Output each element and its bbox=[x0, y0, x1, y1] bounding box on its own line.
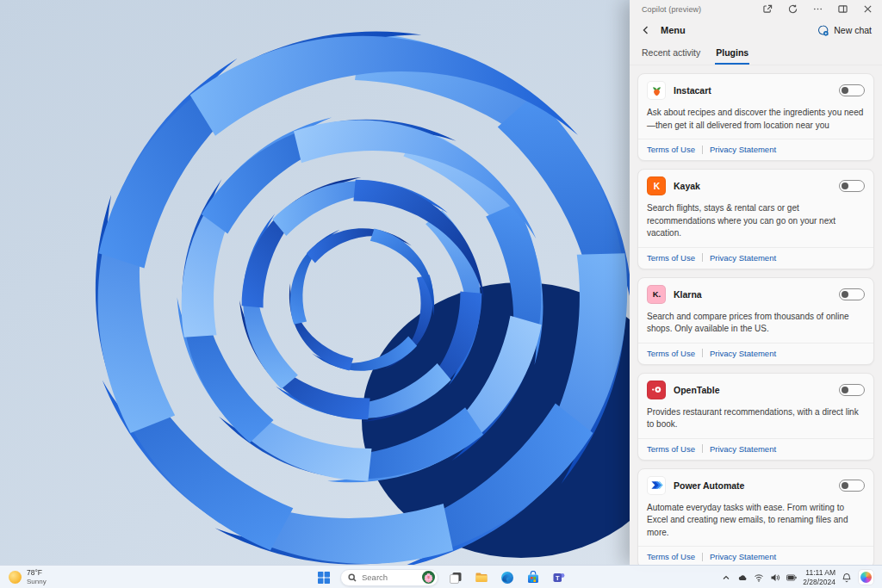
notifications-bell-button[interactable] bbox=[842, 573, 852, 583]
svg-text:K.: K. bbox=[652, 291, 660, 300]
onedrive-icon[interactable] bbox=[737, 573, 748, 583]
menu-title: Menu bbox=[661, 25, 686, 35]
taskbar-search[interactable]: 🌸 bbox=[340, 569, 438, 586]
link-separator bbox=[702, 349, 703, 357]
microsoft-store-icon bbox=[526, 571, 540, 585]
open-in-browser-button[interactable] bbox=[761, 3, 773, 15]
teams-button[interactable]: T bbox=[550, 568, 568, 586]
plugin-name: OpenTable bbox=[674, 385, 719, 395]
plugin-name: Power Automate bbox=[674, 480, 744, 491]
terms-of-use-link[interactable]: Terms of Use bbox=[647, 444, 695, 454]
kayak-icon: K bbox=[647, 176, 666, 195]
klarna-icon: K. bbox=[647, 285, 666, 304]
privacy-statement-link[interactable]: Privacy Statement bbox=[710, 145, 776, 154]
microsoft-store-button[interactable] bbox=[524, 568, 542, 586]
plugin-description: Provides restaurant recommendations, wit… bbox=[647, 406, 865, 431]
file-explorer-button[interactable] bbox=[472, 568, 490, 586]
plugin-list: Instacart Ask about recipes and discover… bbox=[630, 65, 882, 565]
task-view-button[interactable] bbox=[446, 568, 464, 586]
edge-icon bbox=[500, 571, 514, 585]
plugin-name: Instacart bbox=[674, 85, 711, 96]
new-chat-label: New chat bbox=[834, 25, 872, 35]
edge-browser-button[interactable] bbox=[498, 568, 516, 586]
panel-tabs: Recent activity Plugins bbox=[630, 41, 882, 65]
opentable-icon bbox=[647, 381, 666, 399]
refresh-button[interactable] bbox=[786, 3, 798, 15]
instacart-icon bbox=[647, 81, 666, 100]
start-button[interactable] bbox=[314, 568, 332, 586]
plugin-card: Power Automate Automate everyday tasks w… bbox=[637, 468, 874, 565]
weather-temp: 78°F bbox=[27, 569, 47, 578]
privacy-statement-link[interactable]: Privacy Statement bbox=[710, 444, 776, 454]
link-separator bbox=[702, 553, 703, 561]
weather-condition: Sunny bbox=[27, 578, 47, 585]
battery-icon[interactable] bbox=[786, 573, 797, 583]
copilot-icon bbox=[860, 572, 872, 583]
svg-text:T: T bbox=[555, 573, 559, 581]
plugin-name: Klarna bbox=[674, 289, 702, 300]
copilot-title: Copilot (preview) bbox=[642, 5, 701, 14]
more-options-button[interactable] bbox=[811, 3, 823, 15]
privacy-statement-link[interactable]: Privacy Statement bbox=[710, 349, 776, 358]
plugin-card: Instacart Ask about recipes and discover… bbox=[637, 73, 874, 161]
plugin-card: OpenTable Provides restaurant recommenda… bbox=[637, 373, 874, 461]
copilot-panel: Copilot (preview) Menu bbox=[630, 0, 882, 565]
sun-icon bbox=[9, 571, 22, 584]
terms-of-use-link[interactable]: Terms of Use bbox=[647, 349, 695, 358]
clock-date: 2/28/2024 bbox=[803, 578, 835, 586]
task-view-icon bbox=[449, 571, 463, 585]
plugin-toggle[interactable] bbox=[839, 480, 865, 492]
plugin-toggle[interactable] bbox=[839, 384, 865, 396]
terms-of-use-link[interactable]: Terms of Use bbox=[647, 253, 695, 263]
wifi-icon[interactable] bbox=[754, 573, 764, 583]
new-chat-icon bbox=[817, 25, 829, 36]
tab-plugins[interactable]: Plugins bbox=[715, 45, 749, 65]
link-separator bbox=[702, 253, 703, 262]
new-chat-button[interactable]: New chat bbox=[817, 25, 872, 36]
dock-panel-button[interactable] bbox=[836, 3, 848, 15]
copilot-taskbar-button[interactable] bbox=[858, 569, 874, 585]
plugin-name: Kayak bbox=[674, 181, 700, 191]
search-highlight-image: 🌸 bbox=[422, 571, 435, 584]
terms-of-use-link[interactable]: Terms of Use bbox=[647, 145, 695, 154]
plugin-card: K Kayak Search flights, stays & rental c… bbox=[637, 169, 874, 269]
weather-widget[interactable]: 78°F Sunny bbox=[0, 566, 55, 588]
privacy-statement-link[interactable]: Privacy Statement bbox=[710, 552, 776, 561]
privacy-statement-link[interactable]: Privacy Statement bbox=[710, 253, 776, 263]
plugin-card: K. Klarna Search and compare prices from… bbox=[637, 277, 874, 365]
tray-overflow-button[interactable] bbox=[721, 573, 731, 583]
link-separator bbox=[702, 444, 703, 453]
back-button[interactable] bbox=[640, 24, 652, 36]
clock-time: 11:11 AM bbox=[803, 568, 835, 577]
plugin-description: Automate everyday tasks with ease. From … bbox=[647, 502, 865, 540]
plugin-toggle[interactable] bbox=[839, 288, 865, 300]
teams-icon: T bbox=[552, 571, 566, 585]
plugin-toggle[interactable] bbox=[839, 84, 865, 96]
search-icon bbox=[348, 573, 357, 582]
search-input[interactable] bbox=[362, 573, 419, 582]
terms-of-use-link[interactable]: Terms of Use bbox=[647, 552, 695, 561]
taskbar: 78°F Sunny 🌸 bbox=[0, 565, 882, 588]
windows-logo-icon bbox=[317, 571, 331, 585]
plugin-description: Search and compare prices from thousands… bbox=[647, 311, 865, 336]
link-separator bbox=[702, 145, 703, 154]
close-button[interactable] bbox=[861, 3, 873, 15]
copilot-titlebar: Copilot (preview) bbox=[630, 0, 882, 18]
tab-recent-activity[interactable]: Recent activity bbox=[641, 45, 701, 65]
clock[interactable]: 11:11 AM 2/28/2024 bbox=[803, 568, 835, 585]
svg-text:K: K bbox=[653, 182, 660, 191]
power-automate-icon bbox=[647, 476, 666, 495]
file-explorer-icon bbox=[475, 571, 488, 585]
plugin-description: Ask about recipes and discover the ingre… bbox=[647, 107, 865, 132]
volume-icon[interactable] bbox=[770, 573, 780, 583]
panel-menu-row: Menu New chat bbox=[630, 18, 882, 41]
plugin-toggle[interactable] bbox=[839, 180, 865, 192]
plugin-description: Search flights, stays & rental cars or g… bbox=[647, 202, 865, 240]
